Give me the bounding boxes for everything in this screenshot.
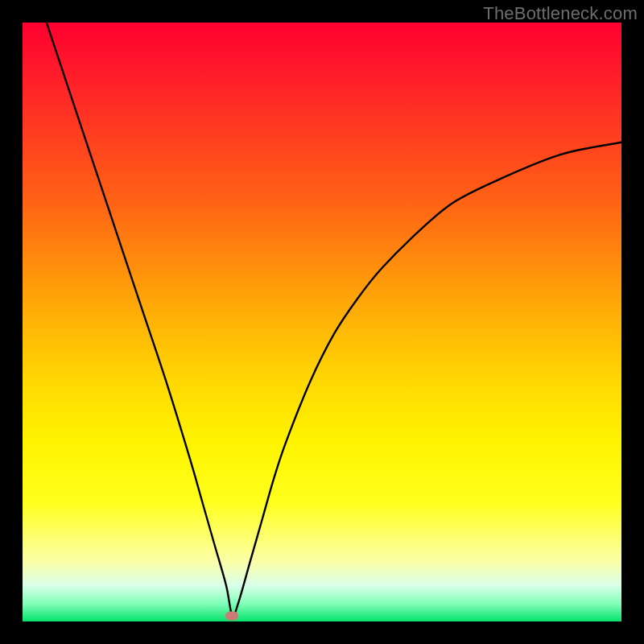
plot-area	[23, 23, 621, 621]
bottleneck-curve	[47, 23, 621, 617]
chart-frame: TheBottleneck.com	[0, 0, 644, 644]
minimum-marker	[225, 611, 238, 620]
curve-svg	[23, 23, 621, 621]
attribution-label: TheBottleneck.com	[483, 3, 638, 24]
